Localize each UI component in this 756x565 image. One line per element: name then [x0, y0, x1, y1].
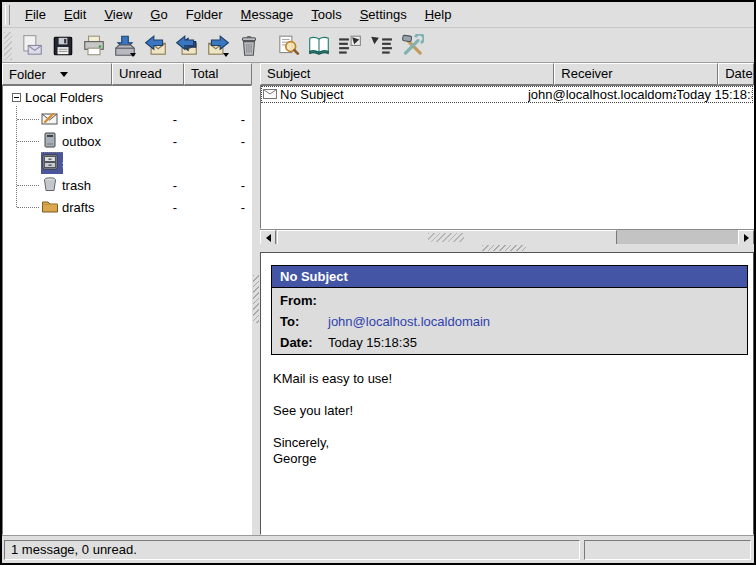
- arrow-right-icon: [744, 234, 749, 242]
- search-icon: [276, 34, 300, 58]
- goto-next-unread-icon: [369, 34, 393, 58]
- column-header-date[interactable]: Date: [718, 63, 754, 85]
- status-message-count: 1 message, 0 unread.: [4, 540, 580, 560]
- menu-go[interactable]: Go: [141, 5, 176, 24]
- menu-view[interactable]: View: [95, 5, 141, 24]
- main-area: Folder Unread Total Local Folders: [2, 63, 754, 535]
- trash-icon: [237, 34, 261, 58]
- header-row-to: To: john@localhost.localdomain: [272, 311, 747, 332]
- scroll-left-button[interactable]: [260, 230, 276, 245]
- folder-list-header: Folder Unread Total: [2, 63, 252, 85]
- new-message-icon: [20, 34, 44, 58]
- vertical-splitter[interactable]: [252, 63, 260, 535]
- horizontal-scrollbar[interactable]: [260, 229, 754, 244]
- address-book-button[interactable]: [304, 31, 333, 60]
- reply-all-button[interactable]: [172, 31, 201, 60]
- check-mail-button[interactable]: [110, 31, 139, 60]
- address-book-icon: [307, 34, 331, 58]
- save-icon: [51, 34, 75, 58]
- trash-folder-icon: [41, 176, 59, 195]
- scroll-right-button[interactable]: [738, 230, 754, 245]
- column-header-subject[interactable]: Subject: [260, 63, 554, 85]
- forward-button[interactable]: [203, 31, 232, 60]
- folder-tree: Local Folders inbox - -: [2, 85, 252, 535]
- menu-message[interactable]: Message: [232, 5, 303, 24]
- folder-row-drafts[interactable]: drafts - -: [3, 196, 251, 218]
- menu-file[interactable]: File: [16, 5, 55, 24]
- message-envelope-icon: [263, 87, 277, 102]
- goto-previous-unread-icon: [338, 34, 362, 58]
- to-address-link[interactable]: john@localhost.localdomain: [328, 311, 490, 332]
- configure-icon: [400, 34, 424, 58]
- print-button[interactable]: [79, 31, 108, 60]
- folder-row-trash[interactable]: trash - -: [3, 174, 251, 196]
- menu-settings[interactable]: Settings: [351, 5, 416, 24]
- inbox-icon: [41, 110, 59, 129]
- folder-row-inbox[interactable]: inbox - -: [3, 108, 251, 130]
- right-pane: Subject Receiver Date No Subject john@lo…: [260, 63, 754, 535]
- reply-icon: [144, 34, 168, 58]
- horizontal-splitter[interactable]: [260, 244, 754, 252]
- drafts-folder-icon: [41, 198, 59, 217]
- column-header-total[interactable]: Total: [184, 63, 252, 85]
- header-row-date: Date: Today 15:18:35: [272, 332, 747, 353]
- menu-help[interactable]: Help: [416, 5, 461, 24]
- reply-all-icon: [175, 34, 199, 58]
- reply-button[interactable]: [141, 31, 170, 60]
- main-toolbar: [2, 29, 754, 63]
- message-reader: No Subject From: To: john@localhost.loca…: [260, 252, 754, 535]
- sent-mail-icon: [41, 154, 59, 173]
- outbox-icon: [41, 132, 59, 151]
- message-body: KMail is easy to use! See you later! Sin…: [273, 371, 392, 467]
- save-button[interactable]: [48, 31, 77, 60]
- menu-bar: File Edit View Go Folder Message Tools S…: [2, 2, 754, 28]
- message-list: No Subject john@localhost.localdomain To…: [260, 85, 754, 229]
- folder-row-outbox[interactable]: outbox - -: [3, 130, 251, 152]
- configure-button[interactable]: [397, 31, 426, 60]
- header-row-from: From:: [272, 290, 747, 311]
- goto-next-unread-button[interactable]: [366, 31, 395, 60]
- new-message-button[interactable]: [17, 31, 46, 60]
- goto-previous-unread-button[interactable]: [335, 31, 364, 60]
- menu-folder[interactable]: Folder: [177, 5, 232, 24]
- forward-dropdown-icon[interactable]: [223, 53, 229, 57]
- column-header-unread[interactable]: Unread: [112, 63, 184, 85]
- scrollbar-thumb[interactable]: [277, 230, 617, 245]
- message-list-header: Subject Receiver Date: [260, 63, 754, 85]
- menu-edit[interactable]: Edit: [55, 5, 95, 24]
- status-right-panel: [584, 540, 751, 560]
- date-value: Today 15:18:35: [328, 332, 417, 353]
- folder-pane: Folder Unread Total Local Folders: [2, 63, 252, 535]
- column-header-receiver[interactable]: Receiver: [554, 63, 718, 85]
- collapse-expander-icon[interactable]: [12, 93, 21, 102]
- toolbar-drag-handle[interactable]: [4, 32, 12, 60]
- message-subject-title: No Subject: [272, 266, 747, 288]
- find-messages-button[interactable]: [273, 31, 302, 60]
- arrow-left-icon: [266, 234, 271, 242]
- menu-tools[interactable]: Tools: [302, 5, 350, 24]
- status-bar: 1 message, 0 unread.: [2, 535, 754, 563]
- folder-row-sent-mail[interactable]: sent-ma - 1: [3, 152, 251, 174]
- column-header-folder[interactable]: Folder: [2, 63, 112, 85]
- kmail-window: File Edit View Go Folder Message Tools S…: [0, 0, 756, 565]
- menubar-drag-handle[interactable]: [5, 5, 10, 25]
- folder-row-local-folders[interactable]: Local Folders: [3, 86, 251, 108]
- print-icon: [82, 34, 106, 58]
- check-mail-dropdown-icon[interactable]: [130, 53, 136, 57]
- message-header-box: No Subject From: To: john@localhost.loca…: [271, 265, 748, 355]
- delete-button[interactable]: [234, 31, 263, 60]
- sort-down-icon: [60, 72, 68, 77]
- message-row[interactable]: No Subject john@localhost.localdomain To…: [261, 86, 753, 103]
